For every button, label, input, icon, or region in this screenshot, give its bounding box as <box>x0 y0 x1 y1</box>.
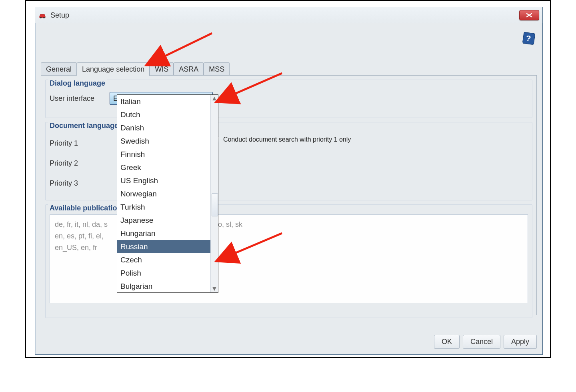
tab-content: Dialog language User interface English D… <box>41 75 537 315</box>
dropdown-item[interactable]: Japanese <box>117 214 211 227</box>
svg-point-0 <box>40 17 42 18</box>
tab-wis[interactable]: WIS <box>150 62 174 76</box>
tab-strip: General Language selection WIS ASRA MSS <box>41 62 230 76</box>
dropdown-item[interactable]: Bulgarian <box>117 280 211 292</box>
help-button[interactable]: ? <box>521 30 537 46</box>
dialog-language-legend: Dialog language <box>48 79 107 88</box>
titlebar: Setup <box>35 7 542 23</box>
scroll-up-icon[interactable]: ▲ <box>211 95 218 102</box>
apply-button[interactable]: Apply <box>504 335 537 349</box>
priority1-label: Priority 1 <box>50 139 110 148</box>
scroll-down-icon[interactable]: ▼ <box>211 285 218 292</box>
dropdown-scrollbar[interactable]: ▲ ▼ <box>210 95 218 292</box>
dropdown-item[interactable]: Norwegian <box>117 187 211 200</box>
setup-window: Setup ? General Language selection WIS A… <box>35 7 543 355</box>
available-publications-legend: Available publications <box>48 204 127 212</box>
priority1-only-label: Conduct document search with priority 1 … <box>223 136 351 143</box>
avail-line1b: ro, sl, sk <box>216 219 242 230</box>
window-title: Setup <box>50 11 69 20</box>
close-icon <box>526 13 533 18</box>
scroll-thumb[interactable] <box>212 193 218 216</box>
user-interface-dropdown[interactable]: ItalianDutchDanishSwedishFinnishGreekUS … <box>117 94 218 293</box>
dropdown-item[interactable]: Czech <box>117 253 211 266</box>
dropdown-item[interactable]: Swedish <box>117 134 211 148</box>
app-icon <box>38 11 46 19</box>
dropdown-item[interactable]: Italian <box>117 95 211 108</box>
dialog-footer: OK Cancel Apply <box>434 335 537 349</box>
dropdown-item[interactable]: Russian <box>117 240 211 253</box>
priority3-label: Priority 3 <box>50 179 110 188</box>
help-icon: ? <box>522 31 536 46</box>
close-button[interactable] <box>519 10 539 20</box>
dropdown-item[interactable]: Danish <box>117 121 211 134</box>
cancel-button[interactable]: Cancel <box>463 335 500 349</box>
dropdown-item[interactable]: Greek <box>117 161 211 174</box>
tab-language-selection[interactable]: Language selection <box>77 62 150 76</box>
user-interface-label: User interface <box>50 94 110 103</box>
svg-point-1 <box>43 17 45 18</box>
tab-mss[interactable]: MSS <box>204 62 230 76</box>
tab-asra[interactable]: ASRA <box>174 62 204 76</box>
tab-general[interactable]: General <box>41 62 77 76</box>
dropdown-item[interactable]: Finnish <box>117 148 211 161</box>
dropdown-item[interactable]: Polish <box>117 266 211 280</box>
dropdown-item[interactable]: Hungarian <box>117 227 211 240</box>
priority2-label: Priority 2 <box>50 159 110 168</box>
document-language-legend: Document language <box>48 122 120 130</box>
ok-button[interactable]: OK <box>434 335 460 349</box>
dropdown-item[interactable]: US English <box>117 174 211 187</box>
dropdown-item[interactable]: Dutch <box>117 108 211 121</box>
dropdown-item[interactable]: Turkish <box>117 200 211 214</box>
